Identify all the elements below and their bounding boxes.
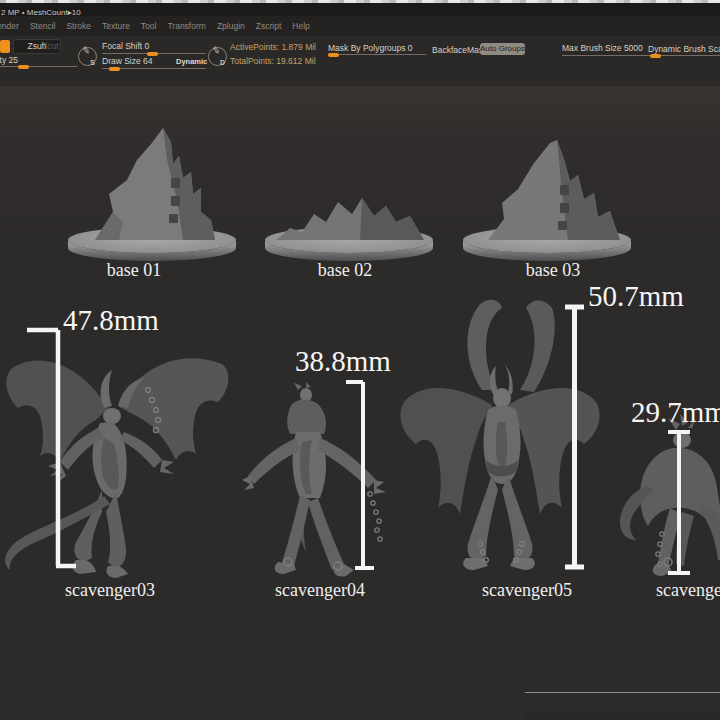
- base-01-model: [65, 120, 240, 262]
- right-leg: [308, 498, 344, 570]
- menu-item-help[interactable]: Help: [292, 21, 309, 31]
- color-swatch[interactable]: [0, 40, 10, 53]
- pen-icon: ✎: [211, 44, 221, 56]
- menu-item-stencil[interactable]: Stencil: [30, 21, 56, 31]
- foot: [463, 558, 488, 570]
- rock-ridge-shadow: [360, 198, 424, 240]
- hind-leg: [700, 506, 720, 560]
- pen-icon: ✎: [81, 44, 91, 56]
- z-intensity-track: [0, 66, 77, 67]
- right-arm: [318, 438, 376, 488]
- height-label-scavenger03: 47.8mm: [63, 304, 159, 337]
- draw-size-handle[interactable]: [109, 67, 120, 71]
- focal-shift-label: Focal Shift 0: [102, 41, 149, 51]
- torso-shadow: [496, 422, 507, 468]
- mask-handle[interactable]: [328, 53, 339, 57]
- tail: [5, 496, 110, 570]
- left-leg: [467, 474, 498, 560]
- dynamic-size-icon[interactable]: ✎ D: [208, 47, 227, 66]
- right-spike: [520, 301, 555, 393]
- horn: [101, 370, 112, 408]
- title-bar: 2 MP • MeshCount▸10: [0, 3, 720, 16]
- left-leg: [282, 496, 310, 566]
- foot: [106, 565, 128, 578]
- total-points-readout: TotalPoints: 19.612 Mil: [230, 56, 316, 66]
- mask-by-polygroups-slider[interactable]: Mask By Polygroups 0: [328, 43, 426, 57]
- right-claw: [160, 460, 174, 474]
- foot: [73, 560, 96, 574]
- dynamic-brush-scale-slider[interactable]: Dynamic Brush Scale 1: [648, 44, 720, 58]
- label-base-01: base 01: [107, 260, 161, 281]
- panel-bottom-band: [525, 712, 720, 720]
- menu-bar: Render Stencil Stroke Texture Tool Trans…: [0, 16, 720, 36]
- top-shelf-toolbar: Zsub Zcut Z Intensity 25 ✎ S Focal Shift…: [0, 36, 720, 88]
- dynamic-brush-scale-handle[interactable]: [650, 54, 661, 58]
- mask-track: [328, 54, 426, 55]
- label-scavenger04: scavenger04: [275, 580, 365, 601]
- height-label-scavenger05: 50.7mm: [588, 280, 684, 313]
- draw-size-quick-icon[interactable]: ✎ S: [78, 47, 97, 66]
- menu-item-tool[interactable]: Tool: [141, 21, 157, 31]
- label-scavenger06: scavenger06: [656, 580, 720, 601]
- panel-divider-line: [525, 692, 720, 693]
- height-label-scavenger06: 29.7mm: [631, 396, 720, 429]
- base-02-model: [262, 188, 437, 262]
- menu-item-zscript[interactable]: Zscript: [256, 21, 282, 31]
- menu-item-texture[interactable]: Texture: [102, 21, 130, 31]
- head: [673, 432, 691, 448]
- left-wing: [400, 388, 494, 514]
- active-points-readout: ActivePoints: 1.879 Mil: [230, 42, 316, 52]
- max-brush-size-label: Max Brush Size 5000: [562, 43, 643, 53]
- wrist-chain: [368, 492, 382, 541]
- mask-by-polygroups-label: Mask By Polygroups 0: [328, 43, 413, 53]
- focal-shift-slider[interactable]: Focal Shift 0: [102, 41, 206, 55]
- label-base-02: base 02: [318, 260, 372, 281]
- draw-size-slider[interactable]: Draw Size 64 Dynamic: [102, 56, 206, 70]
- focal-shift-handle[interactable]: [147, 52, 158, 56]
- head: [103, 408, 121, 424]
- left-wing: [6, 360, 108, 462]
- zcut-button[interactable]: Zcut: [42, 41, 59, 51]
- menu-item-transform[interactable]: Transform: [167, 21, 205, 31]
- head: [493, 388, 511, 408]
- sculpt-canvas[interactable]: [0, 86, 720, 720]
- label-scavenger05: scavenger05: [482, 580, 572, 601]
- menu-items: Render Stencil Stroke Texture Tool Trans…: [0, 21, 310, 31]
- right-leg: [502, 474, 533, 560]
- left-spike: [467, 300, 502, 390]
- backface-mask-button[interactable]: BackfaceMask: [432, 45, 487, 55]
- dynamic-brush-scale-label: Dynamic Brush Scale 1: [648, 44, 720, 54]
- scavenger06-model: [616, 414, 720, 580]
- z-intensity-label: Z Intensity 25: [0, 55, 18, 65]
- scavenger03-model: [0, 328, 240, 580]
- dynamic-mode-label[interactable]: Dynamic: [176, 57, 207, 66]
- collar: [287, 400, 326, 435]
- zbrush-window: { "window": { "title": "2 MP • MeshCount…: [0, 0, 720, 720]
- z-intensity-slider[interactable]: Z Intensity 25: [0, 55, 80, 71]
- height-label-scavenger04: 38.8mm: [295, 345, 391, 378]
- menu-item-zplugin[interactable]: Zplugin: [217, 21, 245, 31]
- label-scavenger03: scavenger03: [65, 580, 155, 601]
- base-03-model: [460, 133, 635, 262]
- d-badge: D: [220, 59, 225, 66]
- scavenger05-model: [398, 292, 602, 576]
- draw-size-label: Draw Size 64: [102, 56, 153, 66]
- menu-item-stroke[interactable]: Stroke: [66, 21, 91, 31]
- auto-groups-button[interactable]: Auto Groups: [480, 43, 525, 55]
- left-arm: [248, 438, 300, 484]
- s-badge: S: [90, 59, 95, 66]
- label-base-03: base 03: [526, 260, 580, 281]
- menu-item-render[interactable]: Render: [0, 21, 19, 31]
- right-claw: [374, 480, 386, 494]
- z-intensity-handle[interactable]: [18, 65, 29, 69]
